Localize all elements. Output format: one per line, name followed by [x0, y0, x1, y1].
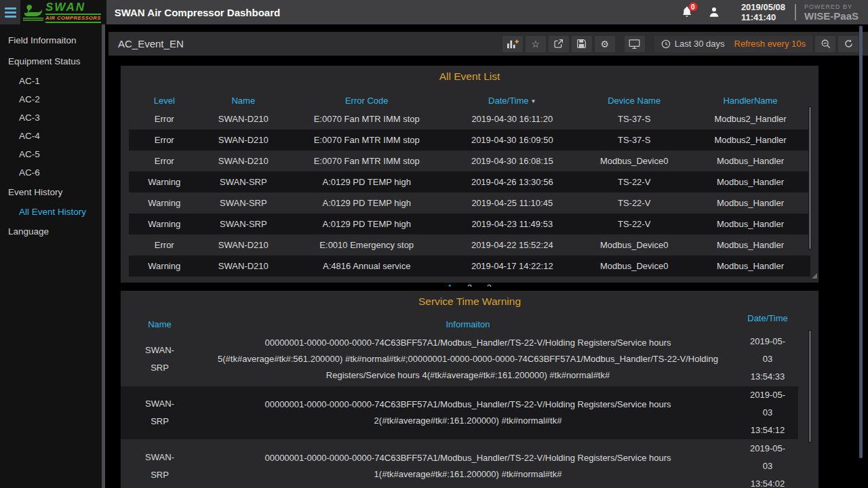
zoom-out-icon — [821, 39, 831, 49]
sidebar-scrollbar[interactable] — [102, 24, 105, 488]
swan-icon — [23, 3, 43, 22]
settings-button[interactable]: ⚙ — [595, 36, 615, 52]
zoom-out-button[interactable] — [815, 36, 835, 52]
table-scrollbar[interactable] — [808, 106, 812, 249]
sidebar-item-ac-5[interactable]: AC-5 — [0, 145, 102, 163]
table-row: Error SWAN-D210 E:0010 Emergency stop 20… — [129, 235, 810, 256]
cell-datetime: 2019-04-30 16:08:15 — [446, 156, 578, 166]
table-row: Error SWAN-D210 E:0070 Fan MTR IMM stop … — [129, 108, 810, 129]
time-range-picker[interactable]: Last 30 days Refresh every 10s — [654, 36, 812, 52]
cell-handler: Modbus_Handler — [690, 177, 810, 187]
sidebar-item-all-event-history[interactable]: All Event History — [0, 203, 102, 221]
tv-mode-button[interactable] — [625, 36, 645, 52]
sidebar-item-ac-6[interactable]: AC-6 — [0, 163, 102, 182]
save-icon — [576, 39, 587, 49]
service-time-warning-panel: Service Time Warning Name Informaiton Da… — [121, 291, 818, 488]
notification-badge: 0 — [688, 2, 698, 12]
notification-button[interactable]: 0 — [673, 0, 701, 24]
table-row: Warning SWAN-D210 A:4816 Annual service … — [129, 256, 810, 277]
cell-name: SWAN- SRP — [121, 342, 199, 377]
sidebar-item-ac-2[interactable]: AC-2 — [0, 90, 102, 108]
page-3-button[interactable]: 3 — [487, 283, 492, 287]
gear-icon: ⚙ — [601, 39, 610, 49]
refresh-interval-label[interactable]: Refresh every 10s — [734, 39, 806, 49]
page-scrollbar[interactable] — [859, 26, 863, 458]
cell-information: 00000001-0000-0000-0000-74C63BFF57A1/Mod… — [199, 332, 737, 386]
cell-name: SWAN-D210 — [200, 135, 288, 145]
swan-logo: SWAN AIR COMPRESSORS — [20, 0, 106, 24]
sidebar-item-ac-4[interactable]: AC-4 — [0, 127, 102, 145]
dashboard-title: AC_Event_EN — [118, 38, 184, 49]
cell-error-code: A:4816 Annual service — [287, 261, 446, 271]
cell-name: SWAN-SRP — [200, 219, 288, 229]
share-button[interactable] — [549, 36, 569, 52]
sidebar-item-language[interactable]: Language — [0, 221, 102, 242]
user-menu-button[interactable] — [701, 0, 728, 24]
panel-title: Service Time Warning — [121, 291, 818, 308]
sidebar-item-event-history[interactable]: Event History — [0, 182, 102, 203]
column-header-handler-name[interactable]: HandlerName — [690, 96, 810, 106]
cell-device: Modbus_Device0 — [578, 156, 690, 166]
cell-datetime: 2019-04-17 14:22:12 — [446, 261, 578, 271]
cell-handler: Modbus_Handler — [690, 156, 810, 166]
cell-device: TS-22-V — [578, 177, 690, 187]
refresh-icon — [844, 39, 854, 49]
cell-level: Error — [129, 156, 200, 166]
add-panel-icon — [507, 39, 519, 49]
cell-device: TS-22-V — [578, 219, 690, 229]
sidebar-item-equipment-status[interactable]: Equipment Status — [0, 51, 102, 72]
powered-by-label: POWERED BY — [804, 4, 859, 10]
event-table-body: Error SWAN-D210 E:0070 Fan MTR IMM stop … — [129, 108, 810, 277]
cell-handler: Modbus2_Handler — [690, 114, 810, 124]
save-button[interactable] — [572, 36, 592, 52]
column-header-datetime[interactable]: Date/Time — [737, 313, 798, 323]
header-divider — [795, 4, 796, 20]
cell-device: TS-22-V — [578, 198, 690, 208]
table-row: Error SWAN-D210 E:0070 Fan MTR IMM stop … — [129, 150, 810, 171]
column-header-name[interactable]: Name — [121, 319, 199, 329]
share-icon — [553, 39, 564, 49]
table-row: Warning SWAN-SRP A:0129 PD TEMP high 201… — [129, 192, 810, 214]
cell-name: SWAN-D210 — [200, 114, 288, 124]
page-2-button[interactable]: 2 — [467, 283, 472, 287]
cell-error-code: E:0010 Emergency stop — [287, 240, 446, 250]
menu-button[interactable] — [0, 0, 20, 24]
cell-error-code: A:0129 PD TEMP high — [287, 219, 446, 229]
cell-datetime: 2019-04-25 11:10:45 — [446, 198, 578, 208]
column-header-device-name[interactable]: Device Name — [578, 96, 690, 106]
sidebar-item-ac-3[interactable]: AC-3 — [0, 108, 102, 127]
cell-datetime: 2019-05- 03 13:54:12 — [737, 386, 798, 439]
column-header-error-code[interactable]: Error Code — [287, 96, 446, 106]
refresh-button[interactable] — [838, 36, 859, 52]
cell-datetime: 2019-04-30 16:11:20 — [446, 114, 578, 124]
column-header-datetime[interactable]: Date/Time▼ — [446, 96, 578, 106]
table-scrollbar[interactable] — [808, 330, 812, 443]
cell-level: Warning — [129, 198, 200, 208]
panel-resize-handle[interactable] — [812, 273, 817, 279]
date-text: 2019/05/08 — [741, 2, 785, 12]
cell-device: Modbus_Device0 — [578, 240, 690, 250]
cell-level: Warning — [129, 261, 200, 271]
cell-error-code: A:0129 PD TEMP high — [287, 198, 446, 208]
all-event-list-panel: All Event List Level Name Error Code Dat… — [121, 66, 818, 287]
service-table-header: Name Informaiton Date/Time — [121, 312, 798, 332]
monitor-icon — [629, 39, 640, 49]
column-header-level[interactable]: Level — [129, 96, 200, 106]
cell-handler: Modbus_Handler — [690, 198, 810, 208]
cell-device: Modbus_Device0 — [578, 261, 690, 271]
cell-error-code: E:0070 Fan MTR IMM stop — [287, 135, 446, 145]
cell-level: Warning — [129, 177, 200, 187]
sidebar-item-field-information[interactable]: Field Informaiton — [0, 30, 102, 51]
cell-datetime: 2019-04-22 15:52:24 — [446, 240, 578, 250]
cell-name: SWAN-SRP — [200, 198, 288, 208]
add-panel-button[interactable] — [502, 36, 523, 52]
logo-wordmark: SWAN — [45, 1, 101, 13]
star-button[interactable]: ☆ — [526, 36, 546, 52]
cell-datetime: 2019-04-23 11:49:53 — [446, 219, 578, 229]
page-1-button[interactable]: 1 — [448, 283, 452, 287]
column-header-information[interactable]: Informaiton — [199, 319, 737, 329]
sidebar-item-ac-1[interactable]: AC-1 — [0, 72, 102, 90]
column-header-name[interactable]: Name — [200, 96, 288, 106]
table-row: SWAN- SRP 00000001-0000-0000-0000-74C63B… — [121, 439, 798, 488]
clock-icon — [661, 39, 671, 49]
